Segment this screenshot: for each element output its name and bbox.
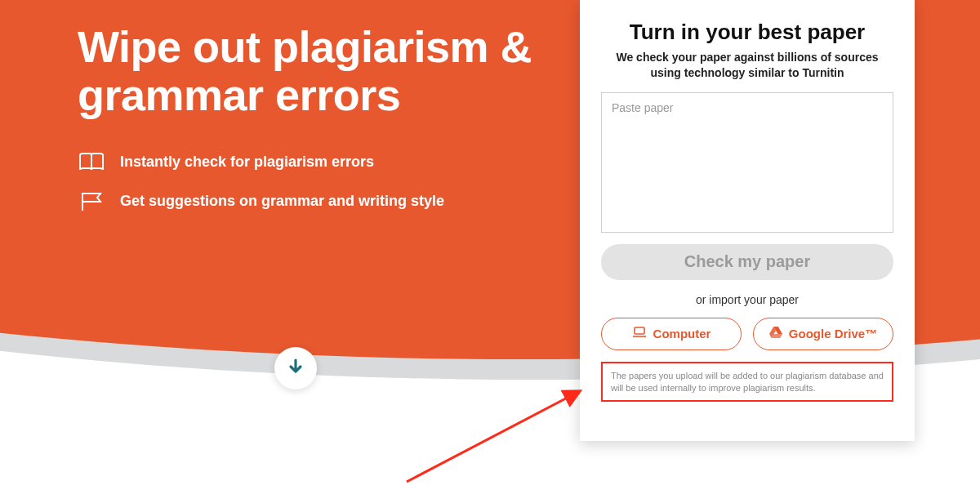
svg-line-2 xyxy=(407,392,578,482)
feature-grammar: Get suggestions on grammar and writing s… xyxy=(78,190,535,213)
card-title: Turn in your best paper xyxy=(630,20,865,45)
checker-card: Turn in your best paper We check your pa… xyxy=(580,0,915,441)
flag-icon xyxy=(78,190,105,213)
import-row: Computer Google Drive™ xyxy=(601,318,893,350)
disclaimer-text: The papers you upload will be added to o… xyxy=(611,371,884,393)
feature-label: Get suggestions on grammar and writing s… xyxy=(120,193,444,210)
import-gdrive-button[interactable]: Google Drive™ xyxy=(753,318,893,350)
google-drive-icon xyxy=(769,327,782,340)
book-icon xyxy=(78,151,105,174)
page: Wipe out plagiarism & grammar errors Ins… xyxy=(0,0,980,494)
hero-content: Wipe out plagiarism & grammar errors Ins… xyxy=(78,23,535,229)
scroll-down-button[interactable] xyxy=(274,347,317,389)
feature-plagiarism: Instantly check for plagiarism errors xyxy=(78,151,535,174)
import-gdrive-label: Google Drive™ xyxy=(789,327,877,340)
feature-label: Instantly check for plagiarism errors xyxy=(120,154,374,171)
check-paper-button[interactable]: Check my paper xyxy=(601,244,893,280)
svg-rect-1 xyxy=(635,327,644,334)
arrow-down-icon xyxy=(287,358,305,379)
import-computer-button[interactable]: Computer xyxy=(601,318,742,350)
disclaimer-box: The papers you upload will be added to o… xyxy=(601,362,893,403)
or-import-label: or import your paper xyxy=(696,293,799,306)
hero-headline: Wipe out plagiarism & grammar errors xyxy=(78,23,535,120)
paste-paper-input[interactable] xyxy=(601,92,893,233)
annotation-arrow-icon xyxy=(399,376,595,490)
import-computer-label: Computer xyxy=(653,327,711,340)
card-subtitle: We check your paper against billions of … xyxy=(612,50,882,81)
laptop-icon xyxy=(632,327,647,340)
